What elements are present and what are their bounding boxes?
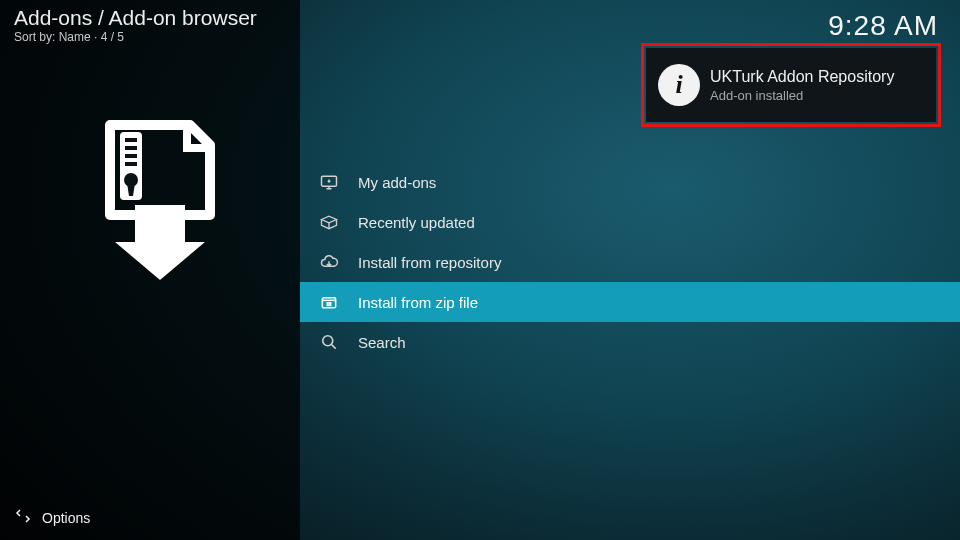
menu-item-my-addons[interactable]: My add-ons [300,162,960,202]
info-icon: i [658,64,700,106]
svg-rect-4 [125,162,137,166]
menu-item-label: Install from zip file [358,294,478,311]
zip-file-icon [318,291,340,313]
monitor-icon [318,171,340,193]
menu-item-search[interactable]: Search [300,322,960,362]
clock: 9:28 AM [828,10,938,42]
menu-item-label: Search [358,334,406,351]
svg-rect-6 [135,205,185,245]
svg-point-9 [323,336,333,346]
svg-rect-3 [125,154,137,158]
toast-text: UKTurk Addon Repository Add-on installed [710,67,894,103]
options-icon [14,507,32,528]
sort-line: Sort by: Name · 4 / 5 [14,30,124,44]
menu-item-label: Recently updated [358,214,475,231]
menu-item-label: My add-ons [358,174,436,191]
svg-rect-2 [125,146,137,150]
cloud-download-icon [318,251,340,273]
breadcrumb: Add-ons / Add-on browser [14,6,257,30]
notification-toast: i UKTurk Addon Repository Add-on install… [646,48,936,122]
options-button[interactable]: Options [14,507,90,528]
toast-subtitle: Add-on installed [710,88,894,103]
install-zip-hero-icon [75,120,225,280]
options-label: Options [42,510,90,526]
menu-item-install-zip[interactable]: Install from zip file [300,282,960,322]
addon-menu: My add-ons Recently updated Install from… [300,162,960,362]
toast-title: UKTurk Addon Repository [710,67,894,86]
search-icon [318,331,340,353]
menu-item-install-repository[interactable]: Install from repository [300,242,960,282]
box-open-icon [318,211,340,233]
menu-item-recently-updated[interactable]: Recently updated [300,202,960,242]
menu-item-label: Install from repository [358,254,501,271]
svg-rect-1 [125,138,137,142]
sidebar: Add-ons / Add-on browser Sort by: Name ·… [0,0,300,540]
